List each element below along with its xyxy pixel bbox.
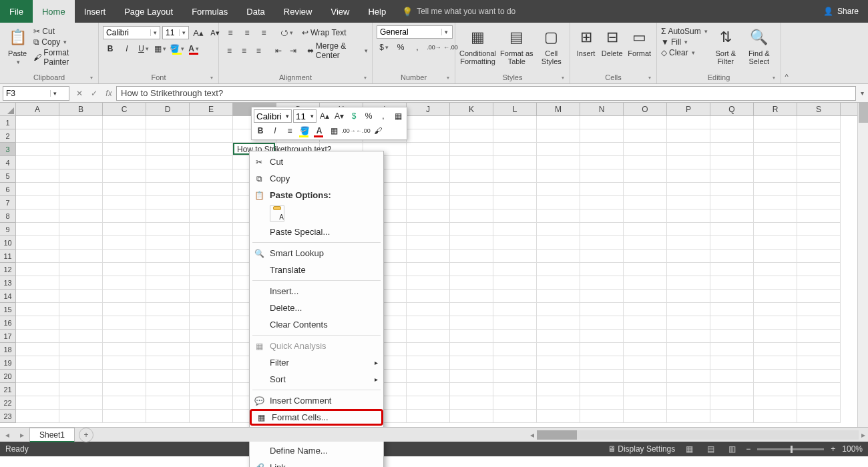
cell[interactable]	[16, 343, 59, 356]
column-header[interactable]: C	[103, 103, 146, 115]
column-header[interactable]: K	[450, 103, 493, 115]
cell[interactable]	[710, 143, 754, 156]
column-header[interactable]: A	[16, 103, 59, 115]
cell[interactable]	[667, 356, 710, 370]
row-header[interactable]: 22	[0, 396, 16, 410]
cell[interactable]	[146, 396, 190, 410]
sheet-nav-arrows[interactable]: ◂▸	[0, 430, 29, 440]
add-sheet-button[interactable]: +	[79, 428, 93, 442]
cell[interactable]	[580, 143, 624, 156]
cell[interactable]	[624, 276, 667, 290]
cell[interactable]	[667, 343, 710, 356]
cell[interactable]	[103, 396, 146, 410]
column-header[interactable]: L	[493, 103, 537, 115]
cell[interactable]	[190, 370, 233, 383]
cell[interactable]	[667, 116, 710, 129]
cell[interactable]	[580, 183, 624, 196]
ctx-copy[interactable]: ⧉Copy	[250, 170, 383, 187]
zoom-out-button[interactable]: −	[746, 444, 750, 454]
cell[interactable]	[407, 370, 450, 383]
cell[interactable]	[450, 356, 493, 370]
cell[interactable]	[580, 370, 624, 383]
ctx-paste-option-keep-text[interactable]: A	[250, 203, 383, 223]
cell[interactable]	[103, 383, 146, 396]
cell[interactable]	[537, 143, 580, 156]
cell[interactable]	[667, 290, 710, 303]
cell[interactable]	[407, 316, 450, 330]
tab-review[interactable]: Review	[274, 0, 322, 23]
row-header[interactable]: 3	[0, 143, 16, 156]
tab-data[interactable]: Data	[237, 0, 274, 23]
cell[interactable]	[580, 129, 624, 143]
cell[interactable]	[624, 410, 667, 423]
find-select-button[interactable]: 🔍Find & Select	[744, 25, 775, 65]
cell[interactable]	[16, 276, 59, 290]
cell[interactable]	[190, 223, 233, 236]
cell[interactable]	[450, 143, 493, 156]
cell[interactable]	[146, 196, 190, 209]
cell[interactable]	[624, 370, 667, 383]
cell[interactable]	[16, 209, 59, 223]
ctx-clear-contents[interactable]: Clear Contents	[250, 316, 383, 333]
vertical-scrollbar[interactable]	[857, 103, 868, 427]
cell[interactable]	[580, 303, 624, 316]
cell[interactable]	[624, 156, 667, 169]
row-header[interactable]: 14	[0, 290, 16, 303]
cell[interactable]	[710, 250, 754, 263]
cell[interactable]	[710, 156, 754, 169]
cell[interactable]	[190, 169, 233, 183]
font-name-combo[interactable]: ▾	[103, 26, 160, 39]
cell[interactable]	[537, 370, 580, 383]
cell[interactable]	[667, 396, 710, 410]
zoom-in-button[interactable]: +	[831, 444, 835, 454]
cell[interactable]	[103, 223, 146, 236]
cell[interactable]	[537, 169, 580, 183]
tab-help[interactable]: Help	[359, 0, 395, 23]
cell[interactable]	[16, 410, 59, 423]
cell[interactable]	[493, 169, 537, 183]
column-header[interactable]: M	[537, 103, 580, 115]
cell[interactable]	[450, 250, 493, 263]
cell[interactable]	[537, 116, 580, 129]
cell[interactable]	[667, 156, 710, 169]
cell[interactable]	[797, 383, 841, 396]
cell[interactable]	[103, 370, 146, 383]
cell[interactable]	[797, 143, 841, 156]
cell[interactable]	[407, 143, 450, 156]
ctx-insert-comment[interactable]: 💬Insert Comment	[250, 392, 383, 409]
cell[interactable]	[146, 143, 190, 156]
cell[interactable]	[797, 290, 841, 303]
cell[interactable]	[16, 169, 59, 183]
row-header[interactable]: 10	[0, 236, 16, 250]
cell[interactable]	[580, 236, 624, 250]
mini-increase-font-icon[interactable]: A▴	[318, 109, 331, 123]
delete-cells-button[interactable]: ⊟Delete	[600, 25, 624, 57]
row-header[interactable]: 20	[0, 370, 16, 383]
cell[interactable]	[450, 263, 493, 276]
cell[interactable]	[16, 236, 59, 250]
cell[interactable]	[624, 143, 667, 156]
cell[interactable]	[146, 316, 190, 330]
cell[interactable]	[103, 303, 146, 316]
mini-font-color-icon[interactable]: A	[312, 124, 326, 137]
cell[interactable]	[103, 316, 146, 330]
cell[interactable]	[493, 356, 537, 370]
insert-cells-button[interactable]: ⊞Insert	[574, 25, 598, 57]
cell[interactable]	[16, 303, 59, 316]
font-color-button[interactable]: A▾	[186, 41, 201, 56]
cell[interactable]	[190, 143, 233, 156]
cell[interactable]	[59, 250, 103, 263]
cell[interactable]	[754, 303, 797, 316]
cell[interactable]	[580, 383, 624, 396]
cell[interactable]	[146, 209, 190, 223]
cell[interactable]	[537, 223, 580, 236]
cell[interactable]	[407, 129, 450, 143]
cell[interactable]	[16, 370, 59, 383]
cancel-formula-icon[interactable]: ✕	[72, 89, 87, 98]
cell[interactable]	[537, 236, 580, 250]
cell[interactable]	[537, 410, 580, 423]
cell[interactable]	[103, 330, 146, 343]
cell[interactable]	[493, 370, 537, 383]
row-header[interactable]: 15	[0, 303, 16, 316]
cell[interactable]	[407, 156, 450, 169]
